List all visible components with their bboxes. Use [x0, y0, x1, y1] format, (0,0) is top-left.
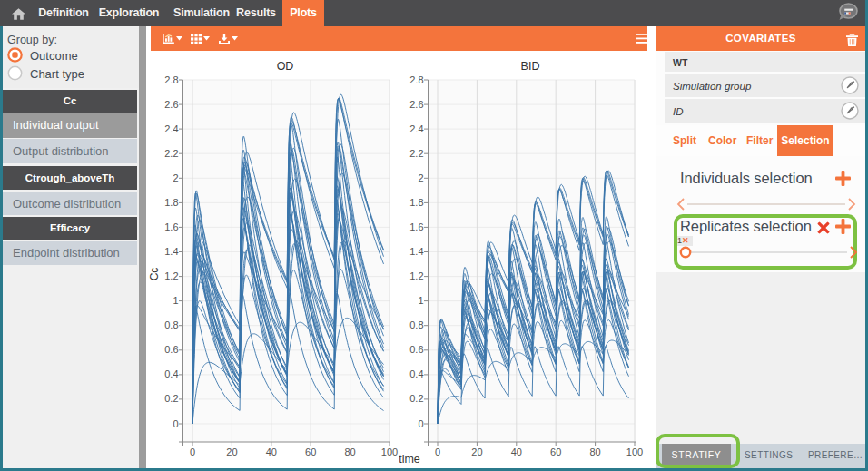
svg-text:BID: BID: [521, 60, 540, 73]
svg-text:1.4: 1.4: [409, 246, 423, 257]
svg-text:time: time: [399, 453, 420, 466]
svg-text:2.6: 2.6: [164, 99, 178, 110]
svg-text:2.2: 2.2: [409, 148, 423, 159]
svg-text:100: 100: [381, 446, 398, 457]
svg-text:2.8: 2.8: [409, 74, 423, 85]
svg-text:40: 40: [266, 446, 277, 457]
svg-text:0.2: 0.2: [409, 393, 423, 404]
svg-text:0.4: 0.4: [164, 368, 178, 379]
svg-text:0: 0: [173, 418, 178, 429]
svg-text:Cc: Cc: [148, 268, 161, 281]
svg-text:1.6: 1.6: [409, 221, 423, 232]
svg-text:2.8: 2.8: [164, 74, 178, 85]
svg-text:2: 2: [173, 172, 178, 183]
svg-text:20: 20: [471, 446, 482, 457]
svg-text:0: 0: [435, 446, 440, 457]
svg-text:1.8: 1.8: [164, 197, 178, 208]
svg-text:60: 60: [305, 446, 316, 457]
svg-text:1.2: 1.2: [164, 270, 178, 281]
svg-text:2.6: 2.6: [409, 99, 423, 110]
svg-text:40: 40: [511, 446, 522, 457]
svg-text:1: 1: [418, 295, 423, 306]
svg-text:0.8: 0.8: [164, 319, 178, 330]
svg-text:60: 60: [550, 446, 561, 457]
svg-text:0.6: 0.6: [164, 344, 178, 355]
svg-text:0.2: 0.2: [164, 393, 178, 404]
svg-text:0.8: 0.8: [409, 319, 423, 330]
svg-text:2.2: 2.2: [164, 148, 178, 159]
svg-text:1: 1: [173, 295, 178, 306]
svg-text:100: 100: [626, 446, 643, 457]
svg-text:0.6: 0.6: [409, 344, 423, 355]
svg-text:0: 0: [190, 446, 195, 457]
svg-text:2: 2: [418, 172, 423, 183]
svg-text:80: 80: [344, 446, 355, 457]
svg-text:0: 0: [418, 418, 423, 429]
svg-text:1.8: 1.8: [409, 197, 423, 208]
svg-text:OD: OD: [277, 60, 294, 73]
svg-text:2.4: 2.4: [409, 123, 423, 134]
svg-text:80: 80: [589, 446, 600, 457]
svg-text:1.6: 1.6: [164, 221, 178, 232]
svg-text:0.4: 0.4: [409, 368, 423, 379]
svg-text:20: 20: [226, 446, 237, 457]
svg-text:1.4: 1.4: [164, 246, 178, 257]
svg-text:2.4: 2.4: [164, 123, 178, 134]
svg-text:1.2: 1.2: [409, 270, 423, 281]
